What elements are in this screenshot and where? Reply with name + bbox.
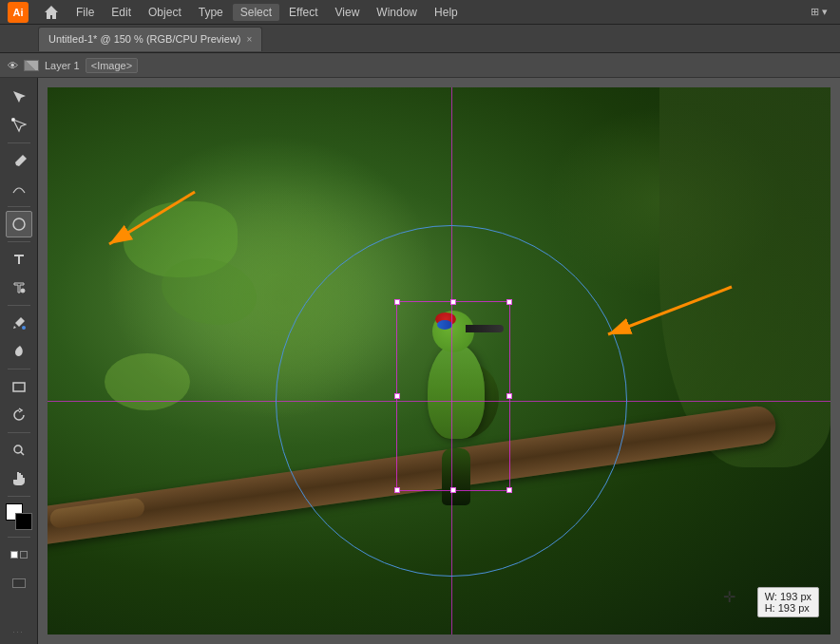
layer-thumbnail [24,60,39,71]
canvas-area[interactable]: ✛ W: 193 px H: 193 px [38,78,840,644]
size-width: W: 193 px [765,591,811,602]
svg-rect-4 [13,383,25,391]
menu-object[interactable]: Object [141,4,189,21]
bird-blue-patch [437,320,452,330]
size-height: H: 193 px [765,602,811,614]
menu-view[interactable]: View [328,4,368,21]
ellipse-tool[interactable] [6,211,32,237]
tool-separator-1 [8,142,30,143]
main-area: ... [0,78,840,644]
layer-visibility-icon[interactable]: 👁 [8,60,18,71]
canvas: ✛ W: 193 px H: 193 px [48,87,830,635]
type-tool[interactable] [6,246,32,273]
menu-effect[interactable]: Effect [281,4,325,21]
paint-bucket-tool[interactable] [6,310,32,336]
size-tooltip: W: 193 px H: 193 px [757,587,819,617]
home-button[interactable] [38,0,65,26]
layer-bar: 👁 Layer 1 <Image> [0,53,840,78]
selection-tool[interactable] [6,84,32,110]
bbox-handle-tr [506,299,512,305]
svg-point-0 [11,119,14,122]
screen-mode-button[interactable] [6,570,32,597]
tool-separator-6 [8,432,30,433]
bird-scene: ✛ W: 193 px H: 193 px [48,87,830,635]
curvature-tool[interactable] [6,176,32,202]
direct-selection-tool[interactable] [6,112,32,139]
menu-edit[interactable]: Edit [104,4,139,21]
tool-separator-7 [8,496,30,497]
app-logo: Ai [8,2,29,23]
image-label: <Image> [86,58,138,73]
menu-items: File Edit Object Type Select Effect View… [68,4,466,21]
tool-separator-4 [8,305,30,306]
document-tab[interactable]: Untitled-1* @ 150 % (RGB/CPU Preview) × [38,27,262,51]
rotate-tool[interactable] [6,402,32,428]
toolbar: ... [0,78,38,644]
workspace-button[interactable]: ⊞ ▾ [806,0,832,26]
fill-stroke-colors[interactable] [6,501,32,533]
hand-tool[interactable] [6,465,32,492]
bbox-handle-tm [450,299,456,305]
svg-point-2 [21,289,25,293]
menu-file[interactable]: File [68,4,102,21]
menu-type[interactable]: Type [191,4,231,21]
bbox-handle-br [506,487,512,493]
tool-separator-3 [8,241,30,242]
svg-point-5 [14,445,22,453]
tab-bar: Untitled-1* @ 150 % (RGB/CPU Preview) × [0,25,840,53]
bird-body [428,344,485,439]
toolbar-more[interactable]: ... [12,626,25,638]
stroke-color[interactable] [15,513,32,530]
blob-brush-tool[interactable] [6,338,32,365]
bird-beak [466,325,504,332]
cursor-icon: ✛ [723,588,735,606]
menu-select[interactable]: Select [233,4,279,21]
touch-type-tool[interactable] [6,275,32,301]
svg-point-1 [13,218,25,230]
tab-title: Untitled-1* @ 150 % (RGB/CPU Preview) [48,33,241,45]
tool-separator-5 [8,369,30,369]
bbox-handle-mr [506,393,512,399]
layer-name: Layer 1 [45,60,80,71]
bird [409,306,504,477]
tool-separator-8 [8,537,30,538]
pen-tool[interactable] [6,147,32,174]
bird-tail [442,448,470,505]
menu-window[interactable]: Window [369,4,425,21]
menu-help[interactable]: Help [427,4,466,21]
bbox-handle-ml [394,393,400,399]
tool-separator-2 [8,206,30,207]
tab-close-button[interactable]: × [247,34,253,45]
rectangle-tool[interactable] [6,373,32,400]
zoom-tool[interactable] [6,437,32,464]
leaf-3 [105,353,190,410]
drawing-mode-button[interactable] [6,541,32,568]
menu-bar: Ai File Edit Object Type Select Effect V… [0,0,840,25]
svg-point-3 [22,326,26,330]
